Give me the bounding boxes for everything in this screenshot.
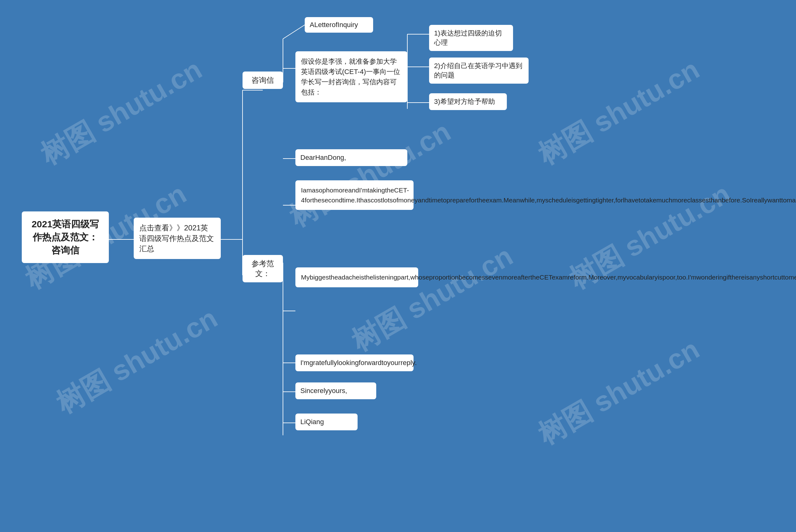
closing2-label: Sincerelyyours, <box>300 387 347 395</box>
consult-node: 咨询信 <box>243 72 283 89</box>
closing1-label: I'mgratefullylookingforwardtoyourreply. <box>300 359 417 366</box>
root-label: 2021英语四级写作热点及范文：咨询信 <box>32 219 99 255</box>
para1-node: IamasophomoreandI'mtakingtheCET-4forthes… <box>296 180 414 210</box>
closing3-label: LiQiang <box>300 418 324 426</box>
dear-label: DearHanDong, <box>300 154 346 162</box>
l1-click-node[interactable]: 点击查看》》2021英语四级写作热点及范文汇总 <box>134 217 221 259</box>
root-node: 2021英语四级写作热点及范文：咨询信 <box>22 211 109 263</box>
closing3-node: LiQiang <box>296 414 358 430</box>
ref-label-text: 参考范文： <box>251 259 274 278</box>
para2-label: Mybiggestheadacheisthelisteningpart,whos… <box>301 273 796 281</box>
mindmap-container: 树图 shutu.cn 树图 shutu.cn 树图 shutu.cn 树图 s… <box>0 0 796 532</box>
para2-node: Mybiggestheadacheisthelisteningpart,whos… <box>296 267 418 287</box>
l1-click-label: 点击查看》》2021英语四级写作热点及范文汇总 <box>139 224 214 253</box>
letter-label: ALetterofInquiry <box>310 21 358 28</box>
tip2-label: 2)介绍自己在英语学习中遇到的问题 <box>434 62 523 79</box>
tip1-label: 1)表达想过四级的迫切心理 <box>434 29 502 46</box>
scenario-label: 假设你是李强，就准备参加大学英语四级考试(CET-4)一事向一位学长写一封咨询信… <box>301 58 400 96</box>
ref-label-node: 参考范文： <box>243 255 283 282</box>
scenario-node: 假设你是李强，就准备参加大学英语四级考试(CET-4)一事向一位学长写一封咨询信… <box>296 51 407 102</box>
tip3-node: 3)希望对方给予帮助 <box>429 93 507 110</box>
svg-line-5 <box>283 25 305 39</box>
letter-node: ALetterofInquiry <box>305 17 373 33</box>
tip1-node: 1)表达想过四级的迫切心理 <box>429 25 513 51</box>
closing2-node: Sincerelyyours, <box>296 382 376 399</box>
dear-node: DearHanDong, <box>296 149 407 166</box>
tip2-node: 2)介绍自己在英语学习中遇到的问题 <box>429 58 529 84</box>
consult-label: 咨询信 <box>251 76 274 84</box>
tip3-label: 3)希望对方给予帮助 <box>434 98 495 106</box>
closing1-node: I'mgratefullylookingforwardtoyourreply. <box>296 355 414 371</box>
